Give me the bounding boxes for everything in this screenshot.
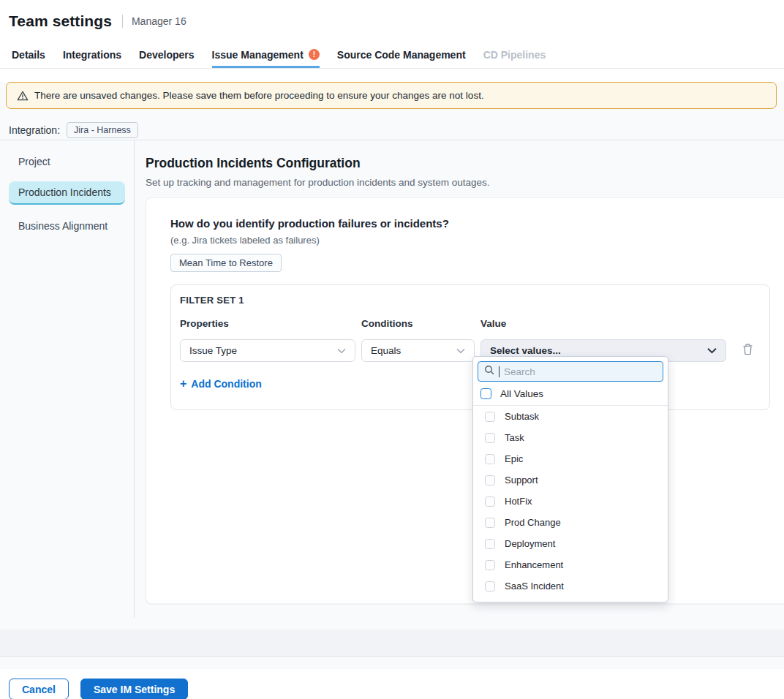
option-hotfix[interactable]: HotFix xyxy=(473,491,668,512)
option-epic[interactable]: Epic xyxy=(473,448,668,469)
integration-chip[interactable]: Jira - Harness xyxy=(67,122,138,138)
option-enhancement[interactable]: Enhancement xyxy=(473,554,668,575)
add-condition-button[interactable]: + Add Condition xyxy=(180,377,262,390)
main-panel: Production Incidents Configuration Set u… xyxy=(135,140,784,618)
unsaved-changes-banner: There are unsaved changes. Please save t… xyxy=(6,82,777,109)
question-hint: (e.g. Jira tickets labeled as failures) xyxy=(170,235,770,246)
sidebar-item-project[interactable]: Project xyxy=(9,151,125,173)
team-name-label: Manager 16 xyxy=(132,15,186,27)
checkbox-icon[interactable] xyxy=(480,388,491,399)
search-input[interactable] xyxy=(504,366,657,377)
property-select[interactable]: Issue Type xyxy=(180,339,355,362)
option-support[interactable]: Support xyxy=(473,469,668,491)
title-divider xyxy=(122,15,123,28)
section-title: Production Incidents Configuration xyxy=(146,156,784,171)
checkbox-icon[interactable] xyxy=(485,454,495,464)
checkbox-icon[interactable] xyxy=(485,560,495,570)
conditions-column-label: Conditions xyxy=(361,318,475,329)
checkbox-icon[interactable] xyxy=(485,475,495,485)
option-task[interactable]: Task xyxy=(473,427,668,448)
unsaved-changes-badge-icon: ! xyxy=(309,49,320,60)
page-title: Team settings xyxy=(9,12,112,30)
chevron-down-icon xyxy=(707,345,717,356)
sidebar-item-business-alignment[interactable]: Business Alignment xyxy=(9,215,125,237)
trash-icon xyxy=(742,343,754,358)
tab-details[interactable]: Details xyxy=(12,42,45,68)
plus-icon: + xyxy=(180,377,186,390)
filter-set-title: FILTER SET 1 xyxy=(180,295,761,306)
action-footer: Cancel Save IM Settings xyxy=(0,669,784,699)
option-deployment[interactable]: Deployment xyxy=(473,533,668,554)
settings-tabbar: Details Integrations Developers Issue Ma… xyxy=(0,42,784,69)
checkbox-icon[interactable] xyxy=(485,581,495,592)
integration-label: Integration: xyxy=(9,124,60,136)
incidents-config-card: How do you identify production failures … xyxy=(146,197,784,604)
value-dropdown-popover: All Values Subtask Task Epic Support Hot… xyxy=(472,356,668,602)
tab-developers[interactable]: Developers xyxy=(139,42,194,68)
question-heading: How do you identify production failures … xyxy=(170,217,770,230)
delete-filter-button[interactable] xyxy=(742,343,761,358)
footer-band xyxy=(0,630,784,657)
integration-row: Integration: Jira - Harness xyxy=(9,121,784,140)
checkbox-icon[interactable] xyxy=(485,518,495,528)
dropdown-search[interactable] xyxy=(478,361,663,382)
search-icon xyxy=(484,365,494,378)
filter-set-1: FILTER SET 1 Properties Conditions Value… xyxy=(170,284,770,410)
warning-triangle-icon xyxy=(17,90,29,102)
condition-select[interactable]: Equals xyxy=(361,339,475,362)
cancel-button[interactable]: Cancel xyxy=(9,679,69,699)
checkbox-icon[interactable] xyxy=(485,412,495,422)
tab-cd-pipelines: CD Pipelines xyxy=(483,42,546,68)
value-column-label: Value xyxy=(480,318,726,329)
page-header: Team settings Manager 16 xyxy=(0,0,784,42)
sidebar-item-production-incidents[interactable]: Production Incidents xyxy=(9,181,125,205)
metric-chip[interactable]: Mean Time to Restore xyxy=(170,254,282,272)
checkbox-icon[interactable] xyxy=(485,433,495,443)
chevron-down-icon xyxy=(337,345,346,356)
chevron-down-icon xyxy=(456,345,465,356)
tab-integrations[interactable]: Integrations xyxy=(63,42,121,68)
select-all-option[interactable]: All Values xyxy=(473,382,668,406)
option-prod-change[interactable]: Prod Change xyxy=(473,512,668,533)
save-im-settings-button[interactable]: Save IM Settings xyxy=(80,679,188,699)
option-customer-notification[interactable]: Customer Notification xyxy=(473,597,668,602)
checkbox-icon[interactable] xyxy=(485,602,495,603)
option-subtask[interactable]: Subtask xyxy=(473,406,668,427)
checkbox-icon[interactable] xyxy=(485,496,495,507)
banner-text: There are unsaved changes. Please save t… xyxy=(34,90,484,101)
text-cursor xyxy=(499,366,500,377)
section-subtitle: Set up tracking and management for produ… xyxy=(146,177,784,188)
tab-source-code-management[interactable]: Source Code Management xyxy=(337,42,466,68)
option-saas-incident[interactable]: SaaS Incident xyxy=(473,575,668,597)
properties-column-label: Properties xyxy=(180,318,355,329)
checkbox-icon[interactable] xyxy=(485,539,495,549)
settings-sidebar: Project Production Incidents Business Al… xyxy=(0,140,135,618)
dropdown-option-list: Subtask Task Epic Support HotFix Prod Ch… xyxy=(473,406,668,602)
tab-issue-management[interactable]: Issue Management ! xyxy=(212,42,320,68)
